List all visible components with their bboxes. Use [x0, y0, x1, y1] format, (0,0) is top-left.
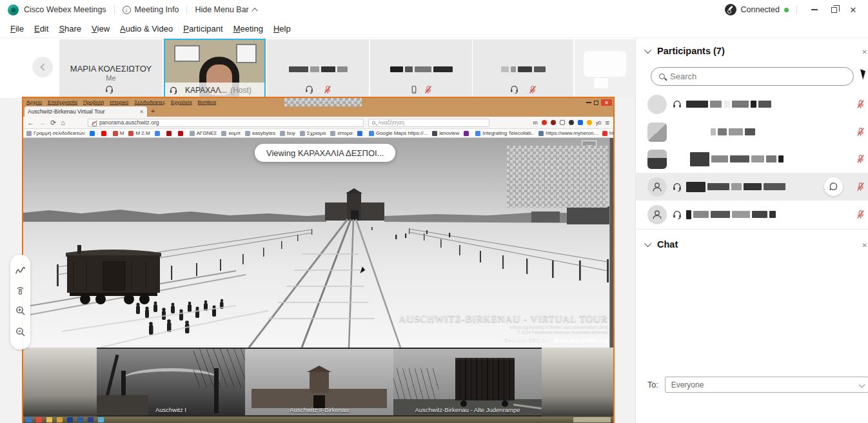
taskbar-icon[interactable] — [67, 417, 73, 422]
browser-search-box[interactable]: Αναζήτηση — [368, 119, 489, 127]
close-button[interactable]: ✕ — [843, 2, 863, 17]
hide-menu-bar-button[interactable]: Hide Menu Bar — [195, 5, 248, 14]
filmstrip-previous-button[interactable] — [32, 57, 53, 77]
chat-header[interactable]: Chat — [646, 239, 678, 250]
reload-icon[interactable]: ⟳ — [50, 119, 56, 127]
taskbar-icon[interactable] — [98, 417, 104, 422]
bookmark-item[interactable]: https://www.myheron... — [538, 130, 598, 136]
browser-menu-item[interactable]: Προβολή — [83, 99, 104, 105]
pen-annotation-icon[interactable] — [15, 267, 25, 275]
bookmark-item[interactable]: κομπ — [221, 130, 240, 136]
browser-active-tab[interactable]: Auschwitz-Birkenau Virtual Tour ✕ — [25, 106, 147, 117]
close-chat-icon[interactable]: ✕ — [862, 242, 867, 249]
laser-pointer-icon[interactable] — [15, 286, 25, 295]
bookmark-item[interactable] — [155, 131, 162, 136]
participant-tile[interactable] — [267, 39, 369, 98]
taskbar-icon[interactable] — [26, 417, 32, 422]
recipient-select[interactable]: Everyone — [665, 377, 868, 393]
participant-row[interactable] — [636, 201, 868, 228]
bookmark-item[interactable] — [166, 131, 173, 136]
taskbar-icon[interactable] — [77, 417, 83, 422]
participants-search-input[interactable] — [670, 72, 825, 81]
hamburger-menu-icon[interactable]: ≡ — [606, 119, 609, 126]
meeting-info-button[interactable]: Meeting Info — [135, 5, 179, 14]
browser-menu-item[interactable]: Βοήθεια — [198, 99, 217, 105]
participant-row[interactable] — [636, 118, 868, 146]
close-participants-icon[interactable]: ✕ — [862, 48, 867, 55]
minimize-button[interactable] — [805, 2, 824, 17]
extension-icon[interactable] — [551, 120, 556, 125]
chevron-down-icon[interactable] — [644, 46, 651, 54]
participants-search[interactable] — [651, 67, 854, 86]
sidebar-icon[interactable] — [560, 120, 565, 125]
bookmark-item[interactable]: ιστομα — [330, 130, 352, 136]
extension-icon[interactable] — [569, 120, 574, 125]
browser-menu-item[interactable]: Επεξεργασία — [48, 99, 77, 105]
chat-bubble-button[interactable] — [824, 177, 843, 196]
bookmark-item[interactable]: M 2.M — [128, 130, 150, 136]
taskbar-icon[interactable] — [88, 417, 94, 422]
menu-file[interactable]: File — [5, 21, 29, 36]
new-tab-button[interactable]: + — [151, 107, 155, 115]
bookmark-item[interactable] — [464, 131, 471, 136]
chevron-up-icon[interactable] — [252, 7, 258, 14]
muted-mic-icon[interactable] — [856, 210, 865, 219]
taskbar-icon[interactable] — [46, 417, 52, 422]
participant-row[interactable] — [636, 145, 868, 173]
back-icon[interactable]: ← — [27, 119, 34, 126]
menu-audio-video[interactable]: Audio & Video — [115, 21, 178, 36]
restore-button[interactable] — [824, 2, 843, 17]
tour-thumb-auschwitz-1[interactable]: Auschwitz I — [97, 349, 245, 415]
browser-close-button[interactable]: ✕ — [601, 99, 612, 106]
bookmark-item[interactable] — [101, 131, 108, 136]
menu-participant[interactable]: Participant — [178, 21, 228, 36]
tour-thumb-birkenau[interactable]: Auschwitz II-Birkenau — [245, 349, 393, 415]
participant-row-hovered[interactable] — [636, 173, 868, 201]
bookmark-item[interactable]: Σχριαμα — [300, 130, 326, 136]
bookmark-item[interactable]: Γραμμή σελιδοδεικτών — [26, 130, 85, 136]
menu-share[interactable]: Share — [54, 21, 86, 36]
bookmark-item[interactable]: Google Maps https://... — [369, 130, 428, 136]
bookmark-item[interactable]: lenoview — [432, 130, 459, 136]
menu-meeting[interactable]: Meeting — [228, 21, 268, 36]
bookmark-item[interactable] — [90, 131, 97, 136]
zoom-in-icon[interactable] — [15, 306, 26, 316]
muted-mic-icon[interactable] — [856, 99, 865, 109]
reader-icon[interactable]: lll\ — [533, 120, 538, 126]
muted-mic-icon[interactable] — [856, 154, 865, 164]
participant-row[interactable] — [636, 90, 868, 118]
muted-mic-icon[interactable] — [856, 182, 865, 192]
auschwitz-site-link[interactable]: www.auschwitz.org — [555, 337, 608, 344]
browser-menu-item[interactable]: Εργαλεία — [171, 99, 192, 105]
menu-edit[interactable]: Edit — [29, 21, 54, 36]
bookmark-item[interactable]: ΑΓΩΝΕΣ — [190, 130, 217, 136]
tour-thumb-judenrampe[interactable]: Auschwitz-Birkenau - Alte Judenrampe — [393, 349, 542, 415]
participant-tile-self[interactable]: ΜΑΡΙΑ ΚΟΛΕΣΙΩΤΟΥ Me — [59, 39, 163, 98]
bookmark-item[interactable]: buy — [280, 130, 295, 136]
taskbar-icon[interactable] — [57, 417, 63, 422]
menu-view[interactable]: View — [86, 21, 115, 36]
extension-icon[interactable] — [587, 120, 592, 125]
extension-icon[interactable] — [578, 120, 583, 125]
bookmark-item[interactable] — [178, 131, 185, 136]
bookmark-item[interactable]: M — [113, 130, 124, 136]
participants-header[interactable]: Participants (7) — [646, 46, 725, 56]
participant-tile[interactable] — [473, 39, 573, 98]
muted-mic-icon[interactable] — [856, 127, 865, 137]
adblock-icon[interactable] — [542, 120, 547, 125]
participant-tile-partial[interactable] — [575, 39, 635, 98]
browser-menu-item[interactable]: Σελιδοδείκτες — [134, 99, 165, 105]
forward-icon[interactable]: → — [39, 119, 46, 126]
participant-tile-host-video[interactable]: ΚΑΡΑΧΑΛ... (Host) — [164, 39, 266, 99]
taskbar-icon[interactable] — [36, 417, 42, 422]
browser-restore-button[interactable] — [594, 101, 598, 105]
extension-icon[interactable]: yD — [596, 121, 602, 125]
browser-menu-item[interactable]: Ιστορικό — [110, 99, 128, 105]
home-icon[interactable]: ⌂ — [61, 119, 65, 126]
bookmark-item[interactable] — [357, 131, 364, 136]
bookmark-item[interactable]: https://best.aliexpress... — [602, 130, 613, 136]
browser-menu-item[interactable]: Αρχείο — [26, 99, 42, 105]
participant-tile[interactable] — [370, 39, 472, 98]
chevron-down-icon[interactable] — [644, 240, 651, 247]
panorama-viewport[interactable]: en AUSCHWITZ-BIRKENAU - VIRTUAL TOUR Vir… — [23, 138, 613, 348]
